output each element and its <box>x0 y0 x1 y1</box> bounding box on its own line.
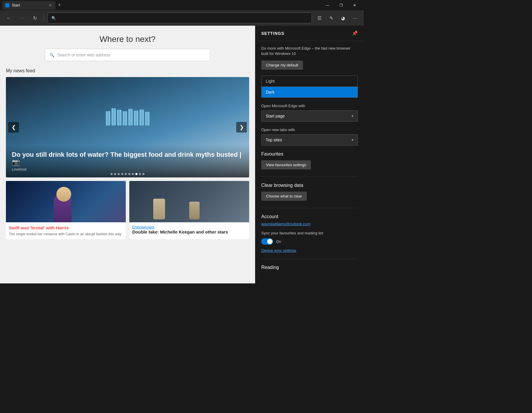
news-card-2-source: Entertainment <box>132 225 246 229</box>
active-tab[interactable]: Start ✕ <box>2 1 56 10</box>
carousel-next-button[interactable]: ❯ <box>236 122 247 133</box>
new-tab-page: Where to next? 🔍 Search or enter web add… <box>0 26 255 239</box>
tab-favicon <box>5 3 9 7</box>
sync-toggle-row: On <box>261 238 358 245</box>
device-sync-link[interactable]: Device sync settings <box>261 248 358 253</box>
section-divider-3 <box>261 259 358 259</box>
more-button[interactable]: ⋯ <box>350 13 360 23</box>
dot-1[interactable] <box>111 173 113 175</box>
tab-strip: Start ✕ + <box>2 0 63 10</box>
news-card-1-desc: The singer ended her romance with Calvin… <box>9 232 123 236</box>
sync-toggle[interactable] <box>261 238 273 245</box>
search-area: Where to next? 🔍 Search or enter web add… <box>6 35 249 61</box>
browser-content: Where to next? 🔍 Search or enter web add… <box>0 26 255 283</box>
address-bar[interactable]: 🔍 <box>48 13 312 23</box>
news-feed-label: My news feed <box>6 68 249 74</box>
news-card-2-image <box>129 181 249 222</box>
nav-divider <box>44 14 44 22</box>
news-grid: Swift was 'brutal' with Harris The singe… <box>6 181 249 239</box>
tab-close-button[interactable]: ✕ <box>48 3 53 8</box>
open-tabs-label: Open new tabs with <box>261 128 358 132</box>
news-card-1-title: Swift was 'brutal' with Harris <box>9 225 123 230</box>
reading-section-title: Reading <box>261 265 358 270</box>
refresh-button[interactable]: ↻ <box>30 13 40 23</box>
account-section-title: Account <box>261 214 358 219</box>
dot-2[interactable] <box>114 173 116 175</box>
open-tabs-value: Top sites <box>266 138 282 142</box>
favourites-section-title: Favourites <box>261 151 358 157</box>
dot-9[interactable] <box>139 173 141 175</box>
search-box[interactable]: 🔍 Search or enter web address <box>45 49 210 61</box>
dot-5[interactable] <box>125 173 127 175</box>
open-with-value: Start page <box>266 114 285 118</box>
forward-button[interactable]: → <box>17 13 27 23</box>
window-controls: — ❐ ✕ <box>321 0 361 10</box>
web-note-button[interactable]: ✎ <box>326 13 337 23</box>
account-email-link[interactable]: waynewilliams@outlook.com <box>261 222 358 226</box>
carousel: Do you still drink lots of water? The bi… <box>6 77 249 177</box>
back-button[interactable]: ← <box>4 13 14 23</box>
new-tab-button[interactable]: + <box>56 2 63 8</box>
open-with-label: Open Microsoft Edge with <box>261 104 358 108</box>
nav-right-icons: ☰ ✎ ◕ ⋯ <box>314 13 360 23</box>
dot-3[interactable] <box>118 173 120 175</box>
clear-data-section-title: Clear browsing data <box>261 183 358 188</box>
carousel-overlay: Do you still drink lots of water? The bi… <box>6 145 249 177</box>
news-card-2-title: Double take: Michelle Keegan and other s… <box>132 229 246 234</box>
theme-light-option[interactable]: Light <box>262 76 358 87</box>
settings-pin-button[interactable]: 📌 <box>352 30 358 36</box>
carousel-prev-button[interactable]: ❮ <box>8 122 19 133</box>
restore-button[interactable]: ❐ <box>334 0 348 10</box>
settings-header: SETTINGS 📌 <box>255 26 364 41</box>
carousel-dots <box>111 173 145 175</box>
carousel-headline: Do you still drink lots of water? The bi… <box>12 151 243 166</box>
content-area: Where to next? 🔍 Search or enter web add… <box>0 26 364 283</box>
news-card-2-body: Entertainment Double take: Michelle Keeg… <box>129 222 249 239</box>
change-default-button[interactable]: Change my default <box>261 61 303 70</box>
settings-promo-text: Do more with Microsoft Edge – the fast n… <box>261 46 358 56</box>
section-divider-1 <box>261 177 358 177</box>
news-card-1[interactable]: Swift was 'brutal' with Harris The singe… <box>6 181 126 239</box>
dot-7[interactable] <box>132 173 134 175</box>
dot-10[interactable] <box>143 173 145 175</box>
carousel-source: Lovefood <box>12 167 243 172</box>
dot-6[interactable] <box>128 173 130 175</box>
open-tabs-dropdown[interactable]: Top sites ▾ <box>261 134 358 146</box>
sync-label: Sync your favourites and reading list <box>261 231 358 235</box>
close-window-button[interactable]: ✕ <box>348 0 361 10</box>
title-bar: Start ✕ + — ❐ ✕ <box>0 0 364 10</box>
news-card-2[interactable]: Entertainment Double take: Michelle Keeg… <box>129 181 249 239</box>
search-icon: 🔍 <box>51 16 56 20</box>
theme-selector: Light Dark <box>261 76 358 98</box>
search-title: Where to next? <box>6 35 249 44</box>
theme-dark-option[interactable]: Dark <box>262 87 358 97</box>
cortana-button[interactable]: ◕ <box>338 13 348 23</box>
section-divider-2 <box>261 208 358 208</box>
news-card-1-body: Swift was 'brutal' with Harris The singe… <box>6 222 126 239</box>
settings-panel-title: SETTINGS <box>261 31 284 36</box>
minimize-button[interactable]: — <box>321 0 334 10</box>
open-with-dropdown[interactable]: Start page ▾ <box>261 110 358 122</box>
news-card-1-image <box>6 181 126 222</box>
toggle-knob <box>267 239 272 244</box>
dot-4[interactable] <box>121 173 123 175</box>
dot-8[interactable] <box>136 173 138 175</box>
search-placeholder: Search or enter web address <box>57 53 110 57</box>
sync-toggle-state: On <box>276 239 281 244</box>
settings-panel: SETTINGS 📌 Do more with Microsoft Edge –… <box>255 26 364 283</box>
open-tabs-chevron-icon: ▾ <box>352 138 353 142</box>
settings-body: Do more with Microsoft Edge – the fast n… <box>255 41 364 275</box>
hub-button[interactable]: ☰ <box>314 13 325 23</box>
search-icon: 🔍 <box>49 53 54 57</box>
tab-title: Start <box>12 3 20 7</box>
open-with-chevron-icon: ▾ <box>352 114 353 118</box>
navigation-bar: ← → ↻ 🔍 ☰ ✎ ◕ ⋯ <box>0 10 364 26</box>
view-favourites-button[interactable]: View favourites settings <box>261 160 311 169</box>
choose-clear-button[interactable]: Choose what to clear <box>261 192 307 201</box>
